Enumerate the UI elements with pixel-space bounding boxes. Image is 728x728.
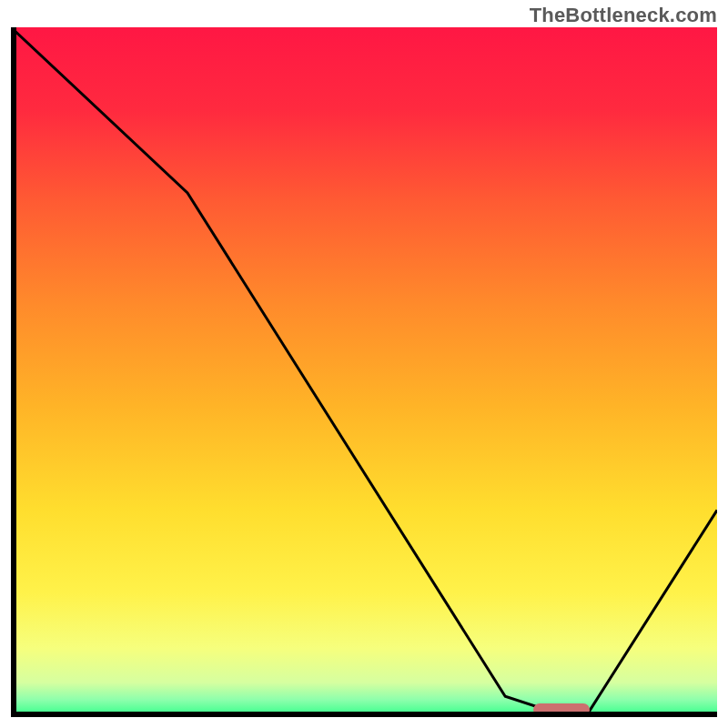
- plot-area: [11, 27, 717, 717]
- chart-svg: [11, 27, 717, 717]
- gradient-background: [11, 27, 717, 717]
- chart-container: TheBottleneck.com: [0, 0, 728, 728]
- optimal-zone-marker: [533, 703, 590, 716]
- watermark-text: TheBottleneck.com: [530, 4, 717, 27]
